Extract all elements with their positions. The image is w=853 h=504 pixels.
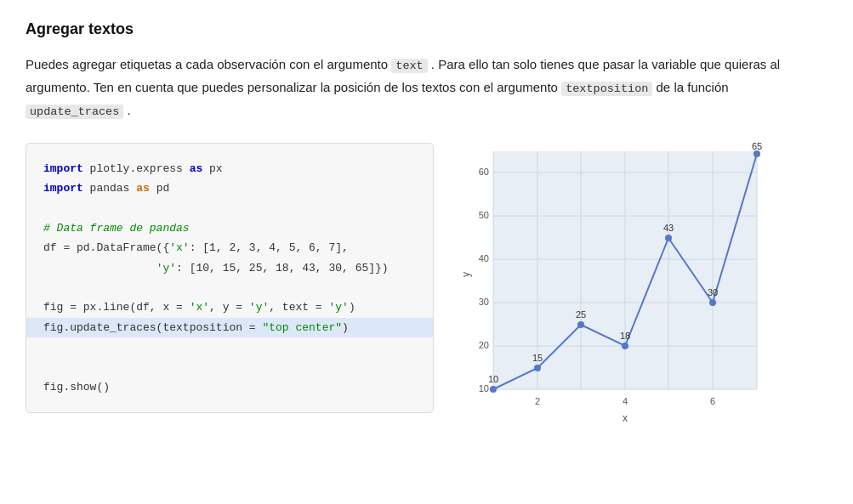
point-3 (577, 321, 584, 328)
label-7: 65 (752, 143, 762, 151)
y-tick-30: 30 (479, 297, 489, 307)
y-axis-label: y (460, 272, 472, 277)
point-6 (709, 299, 716, 306)
line-chart: 10 15 25 18 43 30 65 10 20 30 40 50 60 2… (459, 143, 774, 432)
code-line-df1: df = pd.DataFrame({'x': [1, 2, 3, 4, 5, … (43, 241, 349, 254)
inline-code-text: text (391, 59, 427, 73)
code-line-comment: # Data frame de pandas (43, 222, 190, 235)
label-5: 43 (663, 223, 674, 233)
label-6: 30 (708, 287, 718, 297)
x-tick-6: 6 (710, 396, 715, 406)
description-text: Puedes agregar etiquetas a cada observac… (26, 54, 825, 122)
page-title: Agregar textos (26, 17, 827, 42)
code-line-df2: 'y': [10, 15, 25, 18, 43, 30, 65]}) (43, 262, 389, 275)
y-tick-20: 20 (479, 340, 489, 350)
point-5 (665, 235, 672, 241)
main-layout: import plotly.express as px import panda… (26, 143, 827, 432)
point-2 (534, 365, 541, 371)
y-tick-40: 40 (479, 253, 489, 263)
code-line-1: import plotly.express as px (43, 162, 223, 175)
code-block: import plotly.express as px import panda… (26, 143, 434, 414)
chart-container: 10 15 25 18 43 30 65 10 20 30 40 50 60 2… (459, 143, 827, 432)
label-4: 18 (620, 331, 630, 341)
code-line-fig: fig = px.line(df, x = 'x', y = 'y', text… (43, 301, 355, 314)
point-4 (622, 343, 628, 349)
y-tick-10: 10 (479, 383, 489, 394)
x-tick-2: 2 (535, 396, 540, 406)
inline-code-update-traces: update_traces (26, 105, 123, 119)
y-tick-60: 60 (479, 167, 489, 177)
code-line-2: import pandas as pd (43, 182, 169, 195)
x-axis-label: x (623, 412, 628, 424)
code-line-highlighted: fig.update_traces(textposition = "top ce… (26, 318, 433, 337)
point-7 (753, 150, 760, 157)
y-tick-50: 50 (479, 210, 489, 220)
code-line-show: fig.show() (43, 381, 110, 394)
point-1 (490, 386, 497, 393)
label-1: 10 (488, 374, 498, 384)
label-2: 15 (532, 353, 543, 363)
label-3: 25 (576, 309, 586, 320)
x-tick-4: 4 (623, 396, 628, 406)
inline-code-textposition: textposition (561, 82, 652, 96)
